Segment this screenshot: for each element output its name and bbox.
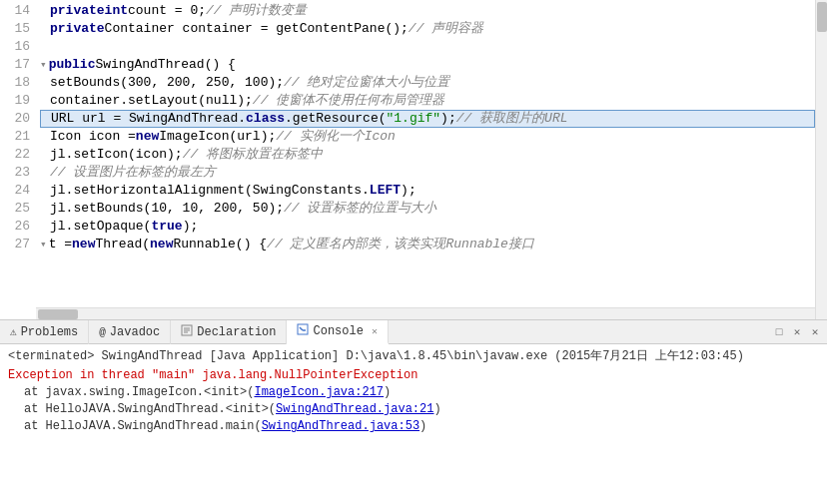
code-line: jl.setOpaque(true); [40, 218, 815, 236]
token-kw-blue: true [151, 218, 182, 236]
fold-marker[interactable]: ▾ [40, 236, 47, 253]
fold-marker[interactable]: ▾ [40, 56, 47, 74]
code-line: ▾ t = new Thread(new Runnable() { // 定义匿… [40, 236, 815, 253]
trace-link[interactable]: SwingAndThread.java:21 [276, 402, 433, 416]
token-kw-blue: private [50, 20, 105, 38]
token-kw-blue: new [136, 128, 159, 146]
svg-line-5 [300, 327, 303, 330]
line-number: 23 [6, 164, 30, 182]
line-number: 26 [6, 218, 30, 236]
token-kw-blue: private [50, 2, 105, 20]
token-cm: // 绝对定位窗体大小与位置 [284, 74, 449, 92]
token-plain: jl.setOpaque( [50, 218, 151, 236]
code-line: Icon icon = new ImageIcon(url); // 实例化一个… [40, 128, 815, 146]
token-plain: jl.setIcon(icon); [50, 146, 183, 164]
token-plain: ); [183, 218, 199, 236]
code-line: jl.setIcon(icon); // 将图标放置在标签中 [40, 146, 815, 164]
trace-suffix: ) [384, 385, 391, 399]
code-area: 1415161718192021222324252627 private int… [0, 0, 827, 307]
bottom-panel: ⚠Problems@JavadocDeclarationConsole✕ □ ✕… [0, 319, 827, 504]
line-number: 15 [6, 20, 30, 38]
maximize-button[interactable]: ✕ [789, 324, 805, 340]
code-editor: 1415161718192021222324252627 private int… [0, 0, 827, 319]
line-number: 20 [6, 110, 30, 128]
scrollbar-thumb-v[interactable] [817, 2, 827, 32]
problems-tab-label: Problems [21, 325, 79, 339]
token-kw-blue: LEFT [370, 182, 401, 200]
trace-text: HelloJAVA.SwingAndThread.main( [46, 419, 262, 433]
token-plain: setBounds(300, 200, 250, 100); [50, 74, 284, 92]
tabs-actions: □ ✕ ✕ [771, 324, 827, 340]
minimize-button[interactable]: □ [771, 324, 787, 340]
console-tab-icon [297, 323, 309, 338]
console-line: Exception in thread "main" java.lang.Nul… [8, 367, 819, 384]
token-plain: ); [440, 110, 456, 128]
token-plain: Thread( [95, 236, 150, 253]
problems-tab-icon: ⚠ [10, 325, 17, 338]
tab-problems[interactable]: ⚠Problems [0, 320, 89, 344]
token-plain: Runnable() { [173, 236, 267, 253]
token-plain: Icon icon = [50, 128, 136, 146]
corner-box [815, 307, 827, 319]
token-plain: jl.setBounds(10, 10, 200, 50); [50, 200, 284, 218]
scrollbar-thumb-h[interactable] [38, 309, 78, 319]
token-plain: t = [49, 236, 72, 253]
token-plain: .getResource( [285, 110, 386, 128]
code-line: jl.setHorizontalAlignment(SwingConstants… [40, 182, 815, 200]
code-line [40, 38, 815, 56]
token-kw-blue: int [105, 2, 128, 20]
code-line: ▾ public SwingAndThread() { [40, 56, 815, 74]
tab-console[interactable]: Console✕ [287, 320, 388, 344]
code-line: setBounds(300, 200, 250, 100); // 绝对定位窗体… [40, 74, 815, 92]
console-tab-label: Console [313, 324, 363, 338]
console-header: <terminated> SwingAndThread [Java Applic… [8, 348, 819, 365]
line-number: 22 [6, 146, 30, 164]
tabs-container: ⚠Problems@JavadocDeclarationConsole✕ [0, 320, 771, 344]
vertical-scrollbar[interactable] [815, 0, 827, 307]
token-plain: container.setLayout(null); [50, 92, 253, 110]
trace-text: HelloJAVA.SwingAndThread.<init>( [46, 402, 276, 416]
trace-text: javax.swing.ImageIcon.<init>( [46, 385, 255, 399]
trace-prefix: at [24, 419, 46, 433]
token-plain: Container container = getContentPane(); [105, 20, 409, 38]
token-plain: jl.setHorizontalAlignment(SwingConstants… [50, 182, 370, 200]
code-line: private Container container = getContent… [40, 20, 815, 38]
close-button[interactable]: ✕ [807, 324, 823, 340]
token-cm: // 使窗体不使用任何布局管理器 [253, 92, 444, 110]
declaration-tab-icon [181, 324, 193, 339]
token-plain: URL url = SwingAndThread. [51, 110, 246, 128]
console-lines: Exception in thread "main" java.lang.Nul… [8, 367, 819, 435]
tabs-bar: ⚠Problems@JavadocDeclarationConsole✕ □ ✕… [0, 320, 827, 344]
trace-prefix: at [24, 385, 46, 399]
line-number: 25 [6, 200, 30, 218]
horizontal-scrollbar-container [0, 307, 827, 319]
tab-javadoc[interactable]: @Javadoc [89, 320, 171, 344]
console-tab-close[interactable]: ✕ [372, 325, 378, 337]
line-number: 18 [6, 74, 30, 92]
token-kw-blue: public [49, 56, 96, 74]
code-line: private int count = 0; // 声明计数变量 [40, 2, 815, 20]
token-str: "1.gif" [386, 110, 440, 128]
token-cm: // 定义匿名内部类，该类实现Runnable接口 [267, 236, 534, 253]
console-line: at javax.swing.ImageIcon.<init>(ImageIco… [8, 384, 819, 401]
line-numbers: 1415161718192021222324252627 [0, 0, 36, 307]
code-content[interactable]: private int count = 0; // 声明计数变量 private… [36, 0, 815, 307]
token-plain: SwingAndThread() { [95, 56, 235, 74]
token-cm: // 声明计数变量 [206, 2, 307, 20]
trace-link[interactable]: SwingAndThread.java:53 [262, 419, 419, 433]
tab-declaration[interactable]: Declaration [171, 320, 287, 344]
trace-suffix: ) [419, 419, 426, 433]
console-area: <terminated> SwingAndThread [Java Applic… [0, 344, 827, 504]
token-cm: // 将图标放置在标签中 [183, 146, 323, 164]
horizontal-scrollbar[interactable] [36, 307, 815, 319]
line-number: 17 [6, 56, 30, 74]
trace-link[interactable]: ImageIcon.java:217 [254, 385, 384, 399]
line-number: 24 [6, 182, 30, 200]
token-plain: ); [401, 182, 416, 200]
line-number: 14 [6, 2, 30, 20]
token-plain: count = 0; [128, 2, 206, 20]
code-line: jl.setBounds(10, 10, 200, 50); // 设置标签的位… [40, 200, 815, 218]
code-line: // 设置图片在标签的最左方 [40, 164, 815, 182]
code-line: URL url = SwingAndThread.class.getResour… [40, 110, 815, 128]
line-number: 16 [6, 38, 30, 56]
